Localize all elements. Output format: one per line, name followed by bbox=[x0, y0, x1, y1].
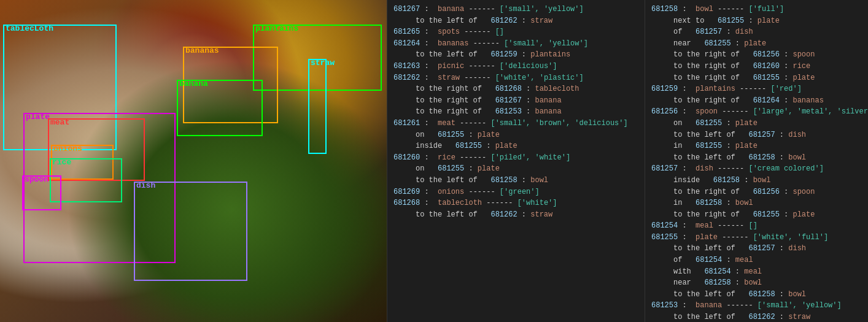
bbox-banana: banana bbox=[177, 80, 263, 136]
bbox-label-plate-label: plate bbox=[26, 113, 50, 121]
bbox-label-tablecloth: tablecLoth bbox=[6, 25, 53, 33]
image-panel: tablecLothplantainsbananasstrawbananapla… bbox=[0, 0, 387, 322]
middle-text: 681267 : banana ------ ['small', 'yellow… bbox=[387, 0, 645, 224]
bbox-label-rice: rice bbox=[52, 158, 71, 167]
bbox-straw: straw bbox=[308, 59, 327, 154]
bbox-spoon: spoon bbox=[22, 175, 61, 210]
right-text: 681258 : bowl ------ ['full'] next to 68… bbox=[645, 0, 868, 322]
bbox-label-plantains: plantains bbox=[255, 25, 298, 33]
right-panel: 681258 : bowl ------ ['full'] next to 68… bbox=[645, 0, 868, 322]
bbox-label-meat: meat bbox=[50, 118, 69, 127]
bbox-label-bananas: bananas bbox=[185, 47, 219, 55]
bbox-label-spoon: spoon bbox=[25, 175, 48, 184]
middle-panel: 681267 : banana ------ ['small', 'yellow… bbox=[387, 0, 645, 322]
bbox-label-dish: dish bbox=[136, 182, 155, 190]
bbox-label-banana: banana bbox=[179, 80, 208, 88]
bbox-label-straw: straw bbox=[311, 59, 335, 67]
bbox-label-onions: onions bbox=[53, 145, 82, 153]
bbox-dish: dish bbox=[134, 182, 247, 281]
